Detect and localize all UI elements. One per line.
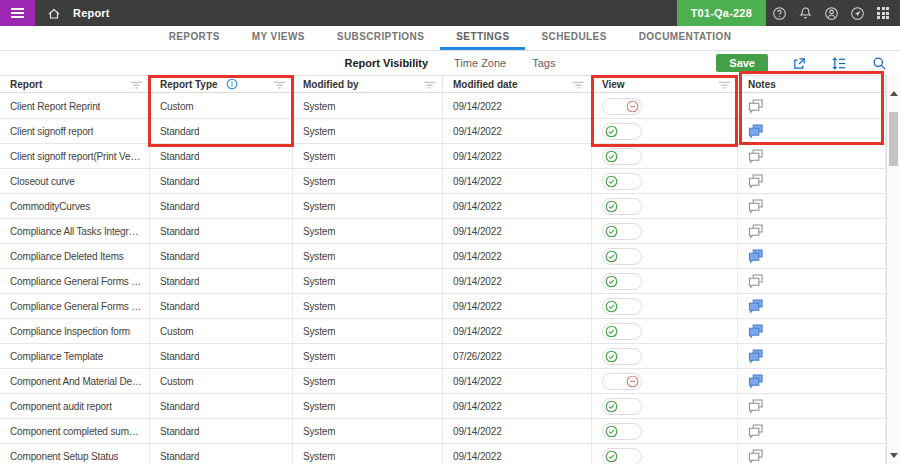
notes-icon[interactable] <box>748 324 764 339</box>
view-toggle[interactable] <box>602 398 642 415</box>
view-toggle[interactable] <box>602 273 642 290</box>
notes-icon[interactable] <box>748 274 764 289</box>
modified-date: 09/14/2022 <box>453 251 502 262</box>
subtab-time-zone[interactable]: Time Zone <box>454 57 506 69</box>
column-header-modified-date[interactable]: Modified date <box>443 76 592 92</box>
column-header-report[interactable]: Report <box>0 76 150 92</box>
filter-icon[interactable] <box>130 79 143 90</box>
table-body: Client Report Reprint Custom System 09/1… <box>0 94 886 464</box>
view-toggle[interactable] <box>602 323 642 340</box>
tab-schedules[interactable]: SCHEDULES <box>525 26 622 50</box>
view-toggle[interactable] <box>602 223 642 240</box>
notifications-bell-icon[interactable] <box>792 0 818 26</box>
view-toggle[interactable] <box>602 248 642 265</box>
modified-by: System <box>303 251 335 262</box>
report-name: Compliance General Forms and Tasks ... <box>10 276 143 287</box>
table-row: Compliance Template Standard System 07/2… <box>0 344 886 369</box>
filter-icon[interactable] <box>273 79 286 90</box>
report-name: CommodityCurves <box>10 201 90 212</box>
report-type: Custom <box>160 101 194 112</box>
scroll-down-arrow[interactable] <box>890 453 898 458</box>
report-type: Standard <box>160 201 199 212</box>
notes-icon[interactable] <box>748 399 764 414</box>
table-row: Component Setup Status Standard System 0… <box>0 444 886 464</box>
notes-icon[interactable] <box>748 174 764 189</box>
notes-icon[interactable] <box>748 249 764 264</box>
notes-icon[interactable] <box>748 149 764 164</box>
tab-documentation[interactable]: DOCUMENTATION <box>623 26 748 50</box>
search-icon[interactable] <box>870 54 888 72</box>
notes-icon[interactable] <box>748 374 764 389</box>
subtab-tags[interactable]: Tags <box>532 57 555 69</box>
report-type: Standard <box>160 301 199 312</box>
view-toggle[interactable] <box>602 148 642 165</box>
view-toggle[interactable] <box>602 348 642 365</box>
column-header-view[interactable]: View <box>592 76 738 92</box>
report-name: Client signoff report(Print Version) <box>10 151 143 162</box>
vertical-scrollbar[interactable] <box>886 75 900 464</box>
feedback-send-icon[interactable] <box>844 0 870 26</box>
filter-icon[interactable] <box>423 79 436 90</box>
view-toggle[interactable] <box>602 423 642 440</box>
tab-reports[interactable]: REPORTS <box>153 26 236 50</box>
view-toggle[interactable] <box>602 373 642 390</box>
home-icon[interactable] <box>47 7 61 20</box>
report-type: Standard <box>160 126 199 137</box>
app-launcher-grid-icon[interactable] <box>870 0 896 26</box>
modified-date: 09/14/2022 <box>453 201 502 212</box>
export-icon[interactable] <box>790 54 808 72</box>
report-type: Custom <box>160 326 194 337</box>
notes-icon[interactable] <box>748 124 764 139</box>
save-button[interactable]: Save <box>716 54 768 72</box>
notes-icon[interactable] <box>748 99 764 114</box>
modified-by: System <box>303 126 335 137</box>
modified-date: 09/14/2022 <box>453 376 502 387</box>
report-type: Standard <box>160 401 199 412</box>
table-row: Component completed summary Standard Sys… <box>0 419 886 444</box>
account-icon[interactable] <box>818 0 844 26</box>
hamburger-menu-button[interactable] <box>0 0 35 26</box>
notes-icon[interactable] <box>748 299 764 314</box>
main-tab-bar: REPORTS MY VIEWS SUBSCRIPTIONS SETTINGS … <box>0 26 900 51</box>
check-circle-icon <box>605 425 618 438</box>
environment-badge: T01-Qa-228 <box>677 0 766 26</box>
tab-settings[interactable]: SETTINGS <box>440 26 525 50</box>
row-height-icon[interactable] <box>830 54 848 72</box>
report-name: Component completed summary <box>10 426 143 437</box>
settings-sub-bar: Report Visibility Time Zone Tags Save <box>0 51 900 75</box>
view-toggle[interactable] <box>602 448 642 464</box>
report-type: Standard <box>160 226 199 237</box>
notes-icon[interactable] <box>748 449 764 464</box>
view-toggle[interactable] <box>602 98 642 115</box>
filter-icon[interactable] <box>572 79 585 90</box>
notes-icon[interactable] <box>748 349 764 364</box>
tab-subscriptions[interactable]: SUBSCRIPTIONS <box>321 26 440 50</box>
modified-date: 09/14/2022 <box>453 276 502 287</box>
column-header-modified-by[interactable]: Modified by <box>293 76 443 92</box>
view-toggle[interactable] <box>602 198 642 215</box>
modified-by: System <box>303 451 335 462</box>
notes-icon[interactable] <box>748 424 764 439</box>
view-toggle[interactable] <box>602 173 642 190</box>
tab-my-views[interactable]: MY VIEWS <box>236 26 321 50</box>
notes-icon[interactable] <box>748 199 764 214</box>
column-header-notes[interactable]: Notes <box>738 76 886 92</box>
filter-icon[interactable] <box>718 79 731 90</box>
scroll-up-arrow[interactable] <box>890 91 898 96</box>
check-circle-icon <box>605 275 618 288</box>
check-circle-icon <box>605 400 618 413</box>
view-toggle[interactable] <box>602 298 642 315</box>
modified-date: 09/14/2022 <box>453 426 502 437</box>
info-icon[interactable] <box>226 78 238 90</box>
view-toggle[interactable] <box>602 123 642 140</box>
modified-by: System <box>303 201 335 212</box>
notes-icon[interactable] <box>748 224 764 239</box>
scrollbar-thumb[interactable] <box>889 112 898 166</box>
modified-by: System <box>303 176 335 187</box>
column-header-report-type[interactable]: Report Type <box>150 76 293 92</box>
subtab-report-visibility[interactable]: Report Visibility <box>345 57 429 69</box>
modified-by: System <box>303 101 335 112</box>
table-row: CommodityCurves Standard System 09/14/20… <box>0 194 886 219</box>
help-icon[interactable] <box>766 0 792 26</box>
table-row: Compliance All Tasks Integration Standar… <box>0 219 886 244</box>
